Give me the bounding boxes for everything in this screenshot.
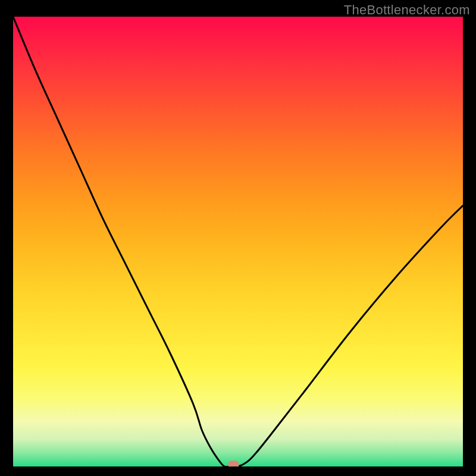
bottleneck-plot [13, 17, 463, 466]
chart-frame: TheBottlenecker.com [0, 0, 476, 476]
watermark-text: TheBottlenecker.com [344, 2, 470, 18]
marker-dot [228, 461, 239, 466]
gradient-background [13, 17, 463, 466]
